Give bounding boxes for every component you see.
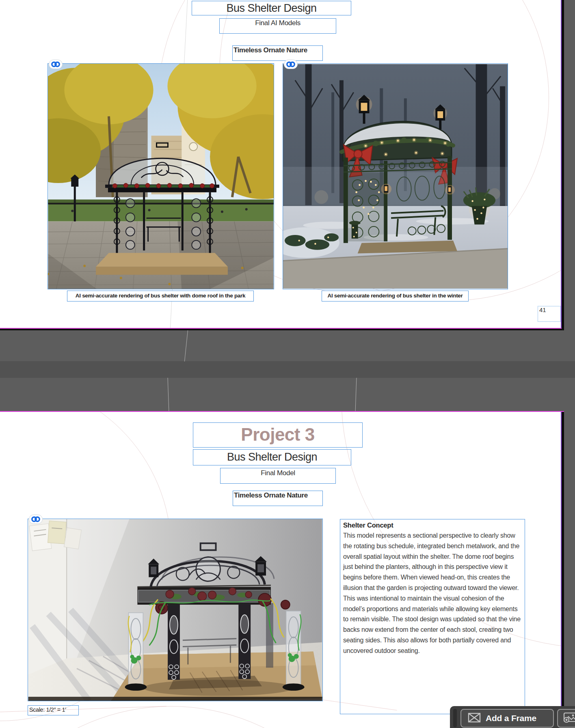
- add-image-button[interactable]: [557, 709, 575, 728]
- page-title: Bus Shelter Design: [192, 1, 351, 15]
- image-frame-final-model-photo[interactable]: [28, 519, 323, 701]
- tagline-label: Timeless Ornate Nature: [233, 491, 322, 500]
- image-frame-winter-rendering[interactable]: [283, 63, 508, 289]
- quick-actions-toolbar: Add a Frame: [450, 706, 575, 728]
- guide-arc: [355, 378, 357, 411]
- page-edge-shadow: [562, 0, 564, 330]
- title-frame-bottom[interactable]: Bus Shelter Design: [193, 449, 351, 465]
- scale-note-frame[interactable]: Scale: 1/2″ = 1′: [28, 705, 79, 715]
- add-frame-button[interactable]: Add a Frame: [460, 709, 554, 728]
- tagline-label: Timeless Ornate Nature: [233, 46, 322, 54]
- final-model-photo-illustration: [28, 519, 322, 701]
- pasteboard-band: [0, 361, 575, 378]
- caption-frame-park[interactable]: AI semi-accurate rendering of bus shelte…: [67, 291, 254, 302]
- guide-arc: [168, 378, 169, 411]
- frame-placeholder-icon: [468, 713, 481, 724]
- toolbar-grip-handle[interactable]: [453, 709, 457, 727]
- tagline-frame-bottom[interactable]: Timeless Ornate Nature: [233, 491, 323, 506]
- page-number-frame[interactable]: 41: [538, 306, 561, 322]
- page-edge-shadow: [562, 411, 564, 728]
- caption-text: AI semi-accurate rendering of bus shelte…: [76, 293, 245, 299]
- project-label-frame[interactable]: Project 3: [193, 422, 363, 448]
- project-label: Project 3: [193, 423, 362, 446]
- concept-text-frame[interactable]: Shelter Concept This model represents a …: [340, 519, 525, 714]
- park-rendering-illustration: [48, 64, 274, 289]
- image-plus-icon: [563, 712, 575, 725]
- subtitle-frame-bottom[interactable]: Final Model: [220, 468, 336, 484]
- link-icon[interactable]: [29, 515, 43, 524]
- bleed-guide-right: [561, 412, 562, 728]
- title-frame-top[interactable]: Bus Shelter Design: [192, 1, 351, 15]
- add-frame-label: Add a Frame: [486, 713, 536, 723]
- page-subtitle: Final Model: [220, 468, 335, 478]
- concept-body: This model represents a sectional perspe…: [343, 530, 521, 656]
- guide-arc: [184, 330, 188, 362]
- caption-text: AI semi-accurate rendering of bus shelte…: [327, 293, 463, 299]
- scale-note: Scale: 1/2″ = 1′: [28, 706, 78, 714]
- caption-frame-winter[interactable]: AI semi-accurate rendering of bus shelte…: [322, 291, 469, 302]
- page-edge-shadow: [0, 329, 564, 330]
- page-number: 41: [538, 305, 546, 313]
- bleed-guide-bottom: [0, 328, 562, 329]
- bleed-guide-right: [561, 0, 562, 328]
- page-title: Bus Shelter Design: [193, 450, 351, 464]
- subtitle-frame-top[interactable]: Final AI Models: [219, 18, 336, 34]
- indesign-workspace: Bus Shelter Design Final AI Models Timel…: [0, 0, 575, 728]
- bleed-guide-top: [0, 411, 564, 412]
- link-icon[interactable]: [49, 60, 63, 69]
- image-frame-park-rendering[interactable]: [48, 63, 274, 289]
- winter-rendering-illustration: [283, 64, 508, 289]
- link-icon[interactable]: [284, 60, 298, 69]
- tagline-frame-top[interactable]: Timeless Ornate Nature: [232, 45, 323, 61]
- page-subtitle: Final AI Models: [220, 19, 336, 28]
- concept-heading: Shelter Concept: [343, 520, 521, 530]
